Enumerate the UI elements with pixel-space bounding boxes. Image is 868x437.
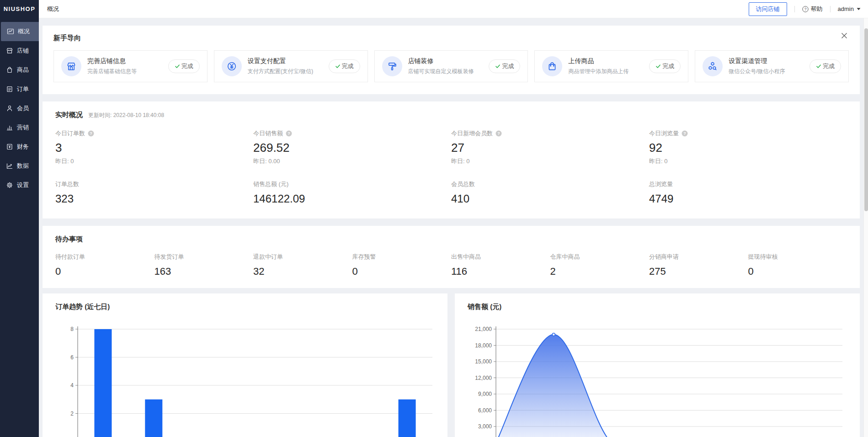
guide-title: 新手导向 xyxy=(53,34,849,43)
stat-label: 今日浏览量 xyxy=(649,129,679,138)
sales-chart-card: 销售额 (元) 3,0006,0009,00012,00015,00018,00… xyxy=(455,293,860,437)
divider xyxy=(794,6,795,12)
sidebar-item-finance[interactable]: 财务 xyxy=(0,137,39,156)
status-badge[interactable]: 完成 xyxy=(649,59,681,73)
guide-card-subtitle: 商品管理中添加商品上传 xyxy=(568,68,628,75)
order-trend-title: 订单趋势 (近七日) xyxy=(55,303,110,311)
user-name: admin xyxy=(838,5,854,12)
guide-card-payment[interactable]: 设置支付配置 支付方式配置(支付宝/微信) 完成 xyxy=(214,50,368,82)
sidebar-item-settings[interactable]: 设置 xyxy=(0,176,39,195)
status-badge[interactable]: 完成 xyxy=(809,59,841,73)
status-label: 完成 xyxy=(342,62,354,70)
yen-circle-icon xyxy=(222,56,242,76)
svg-text:3,000: 3,000 xyxy=(478,423,492,430)
visit-shop-button[interactable]: 访问店铺 xyxy=(749,2,787,16)
user-menu[interactable]: admin xyxy=(838,5,861,12)
sidebar-item-members[interactable]: 会员 xyxy=(0,99,39,118)
order-trend-chart: 2468 xyxy=(43,293,447,437)
top-bar: NIUSHOP 概况 访问店铺 ? 帮助 admin xyxy=(0,0,868,18)
stat-total-label: 总浏览量 xyxy=(649,180,847,188)
member-icon xyxy=(6,105,13,112)
guide-card-title: 设置渠道管理 xyxy=(729,57,785,65)
todo-label: 仓库中商品 xyxy=(550,253,650,261)
stat-label: 今日订单数 xyxy=(55,129,85,138)
stat-value: 92 xyxy=(649,141,847,155)
help-menu[interactable]: ? 帮助 xyxy=(802,5,823,13)
sidebar-item-label: 会员 xyxy=(17,104,29,112)
status-badge[interactable]: 完成 xyxy=(168,59,200,73)
guide-card-shop-info[interactable]: 完善店铺信息 完善店铺基础信息等 完成 xyxy=(53,50,208,82)
todo-item-distributor-apply[interactable]: 分销商申请 275 xyxy=(649,253,748,277)
stat-yesterday: 昨日: 0 xyxy=(451,157,649,165)
goods-icon xyxy=(6,66,13,74)
todo-value: 32 xyxy=(253,266,352,277)
check-icon xyxy=(175,64,180,69)
app-logo[interactable]: NIUSHOP xyxy=(0,0,39,18)
stat-column-views: 今日浏览量 ? 92 昨日: 0 总浏览量 4749 xyxy=(649,129,847,205)
scrollbar-track[interactable] xyxy=(863,18,868,437)
guide-card-channel[interactable]: 设置渠道管理 微信公众号/微信小程序 完成 xyxy=(695,50,849,82)
realtime-title: 实时概况 xyxy=(55,111,83,119)
todo-item-stock-warning[interactable]: 库存预警 0 xyxy=(352,253,452,277)
todo-value: 0 xyxy=(352,266,452,277)
todo-item-refunding[interactable]: 退款中订单 32 xyxy=(253,253,352,277)
todo-value: 2 xyxy=(550,266,650,277)
storefront-icon xyxy=(61,56,81,76)
todo-item-pending-payment[interactable]: 待付款订单 0 xyxy=(55,253,154,277)
stat-value: 27 xyxy=(451,141,649,155)
todo-item-in-warehouse[interactable]: 仓库中商品 2 xyxy=(550,253,650,277)
sidebar-item-label: 店铺 xyxy=(17,47,29,55)
todo-item-pending-shipment[interactable]: 待发货订单 163 xyxy=(154,253,254,277)
scrollbar-thumb[interactable] xyxy=(864,28,868,211)
stat-total-value: 146122.09 xyxy=(253,192,451,205)
realtime-section: 实时概况 更新时间: 2022-08-10 18:40:08 今日订单数 ? 3… xyxy=(43,101,860,218)
help-circle-icon[interactable]: ? xyxy=(88,130,94,137)
close-icon[interactable] xyxy=(841,32,848,39)
stat-value: 269.52 xyxy=(253,141,451,155)
todo-label: 分销商申请 xyxy=(649,253,748,261)
todo-label: 库存预警 xyxy=(352,253,452,261)
guide-card-decorate[interactable]: 店铺装修 店铺可实现自定义模板装修 完成 xyxy=(374,50,528,82)
todo-title: 待办事项 xyxy=(55,235,847,244)
help-circle-icon[interactable]: ? xyxy=(495,130,502,137)
sidebar-item-overview[interactable]: 概况 xyxy=(1,22,39,41)
todo-item-on-sale[interactable]: 出售中商品 116 xyxy=(451,253,550,277)
svg-text:4: 4 xyxy=(70,382,74,389)
stat-column-new-members: 今日新增会员数 ? 27 昨日: 0 会员总数 410 xyxy=(451,129,649,205)
check-icon xyxy=(335,64,341,69)
stat-total-value: 4749 xyxy=(649,192,847,205)
sidebar-item-label: 财务 xyxy=(17,143,29,151)
data-icon xyxy=(6,162,13,170)
guide-card-subtitle: 店铺可实现自定义模板装修 xyxy=(408,68,474,75)
status-badge[interactable]: 完成 xyxy=(329,59,360,73)
stat-yesterday: 昨日: 0.00 xyxy=(253,157,451,165)
status-badge[interactable]: 完成 xyxy=(489,59,520,73)
sidebar-item-data[interactable]: 数据 xyxy=(0,156,39,176)
stat-column-orders: 今日订单数 ? 3 昨日: 0 订单总数 323 xyxy=(55,129,253,205)
help-circle-icon[interactable]: ? xyxy=(682,130,688,137)
sales-area-chart: 3,0006,0009,00012,00015,00018,00021,000 xyxy=(455,293,860,437)
stat-column-sales: 今日销售额 ? 269.52 昨日: 0.00 销售总额 (元) 146122.… xyxy=(253,129,451,205)
guide-card-title: 完善店铺信息 xyxy=(87,57,137,65)
guide-card-subtitle: 完善店铺基础信息等 xyxy=(87,68,137,75)
sidebar-item-shop[interactable]: 店铺 xyxy=(0,41,39,60)
todo-section: 待办事项 待付款订单 0 待发货订单 163 退款中订单 32 库存预警 0 出… xyxy=(43,226,860,288)
sidebar-item-orders[interactable]: 订单 xyxy=(0,80,39,99)
sales-chart-title: 销售额 (元) xyxy=(468,303,501,311)
channel-icon xyxy=(703,56,723,76)
guide-card-upload-goods[interactable]: 上传商品 商品管理中添加商品上传 完成 xyxy=(534,50,688,82)
update-time: 更新时间: 2022-08-10 18:40:08 xyxy=(88,112,164,119)
svg-text:15,000: 15,000 xyxy=(475,358,492,365)
todo-item-withdraw-review[interactable]: 提现待审核 0 xyxy=(748,253,847,277)
todo-label: 提现待审核 xyxy=(748,253,847,261)
svg-text:?: ? xyxy=(497,131,500,136)
svg-text:21,000: 21,000 xyxy=(475,326,492,332)
svg-text:6: 6 xyxy=(70,354,74,361)
help-circle-icon[interactable]: ? xyxy=(286,130,292,137)
svg-text:?: ? xyxy=(90,131,92,136)
divider xyxy=(830,6,831,12)
main-content: 新手导向 完善店铺信息 完善店铺基础信息等 完成 设置支付配置 支 xyxy=(39,18,868,437)
sidebar-item-marketing[interactable]: 营销 xyxy=(0,118,39,137)
sidebar-item-goods[interactable]: 商品 xyxy=(0,60,39,80)
finance-icon xyxy=(6,143,13,150)
